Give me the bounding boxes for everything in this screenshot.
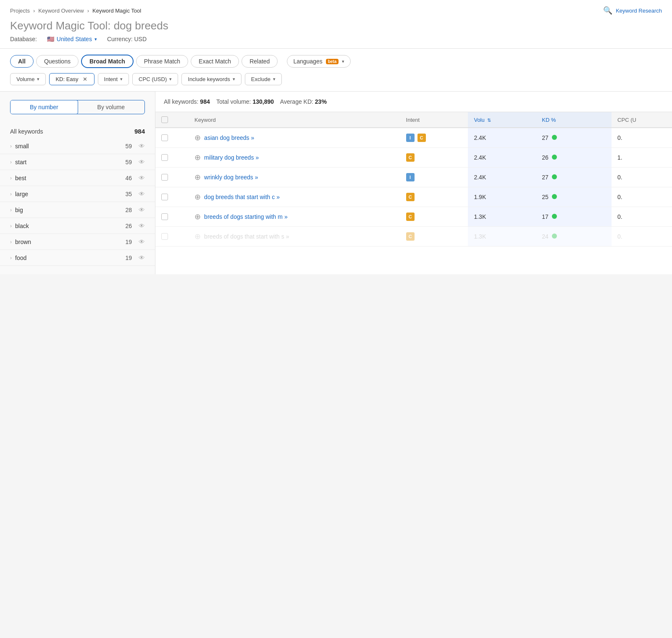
kd-dot-icon [552, 194, 557, 199]
tab-exact-match[interactable]: Exact Match [191, 55, 239, 68]
col-header-checkbox [155, 112, 189, 128]
intent-cell: C [400, 187, 468, 207]
eye-icon[interactable]: 👁 [139, 238, 145, 245]
eye-icon[interactable]: 👁 [139, 222, 145, 229]
eye-icon[interactable]: 👁 [139, 174, 145, 181]
languages-button[interactable]: Languages beta ▾ [287, 55, 351, 68]
tab-questions[interactable]: Questions [36, 55, 79, 68]
col-header-volume[interactable]: Volu ⇅ [468, 112, 536, 128]
eye-icon[interactable]: 👁 [139, 158, 145, 165]
kd-cell: 27 [536, 168, 612, 187]
by-number-button[interactable]: By number [10, 100, 78, 114]
row-checkbox[interactable] [161, 194, 168, 200]
row-checkbox[interactable] [161, 134, 168, 141]
eye-icon[interactable]: 👁 [139, 254, 145, 261]
keyword-link[interactable]: asian dog breeds » [204, 134, 254, 141]
intent-filter[interactable]: Intent ▾ [98, 73, 129, 85]
row-checkbox[interactable] [161, 213, 168, 220]
table-summary: All keywords: 984 Total volume: 130,890 … [155, 92, 672, 112]
sidebar-item-label: black [15, 223, 122, 229]
eye-icon[interactable]: 👁 [139, 206, 145, 213]
breadcrumb-overview[interactable]: Keyword Overview [38, 8, 84, 14]
sort-icon: ⇅ [487, 118, 491, 123]
volume-cell: 1.3K [468, 227, 536, 247]
intent-chevron-icon: ▾ [120, 76, 123, 82]
cpc-chevron-icon: ▾ [169, 76, 172, 82]
summary-label: All keywords: [164, 98, 198, 105]
keyword-link[interactable]: dog breeds that start with c » [204, 194, 280, 200]
row-checkbox-cell [155, 168, 189, 187]
sidebar-all-keywords: All keywords 984 [0, 123, 155, 138]
eye-icon[interactable]: 👁 [139, 142, 145, 150]
keyword-link[interactable]: wrinkly dog breeds » [204, 174, 258, 181]
kd-dot-icon [552, 214, 557, 219]
keyword-cell: ⊕ military dog breeds » [189, 148, 400, 168]
sidebar-item-start[interactable]: › start 59 👁 [0, 154, 155, 170]
volume-filter[interactable]: Volume ▾ [10, 73, 46, 85]
tab-related[interactable]: Related [242, 55, 278, 68]
kd-filter[interactable]: KD: Easy ✕ [49, 73, 94, 85]
sidebar-item-black[interactable]: › black 26 👁 [0, 218, 155, 234]
total-volume: 130,890 [252, 98, 274, 105]
tab-all[interactable]: All [10, 55, 34, 68]
sidebar-item-label: best [15, 175, 122, 181]
breadcrumb-sep-1: › [33, 8, 35, 14]
exclude-filter[interactable]: Exclude ▾ [245, 73, 282, 85]
kd-cell: 17 [536, 207, 612, 227]
sidebar-keyword-list: › small 59 👁 › start 59 👁 › best 46 👁 › … [0, 138, 155, 266]
row-checkbox[interactable] [161, 233, 168, 240]
keyword-research-icon: 🔍 [603, 6, 612, 15]
sidebar-item-label: food [15, 255, 122, 261]
database-label: Database: [10, 36, 37, 42]
keyword-cell: ⊕ wrinkly dog breeds » [189, 168, 400, 187]
col-header-cpc: CPC (U [612, 112, 672, 128]
include-keywords-filter[interactable]: Include keywords ▾ [181, 73, 241, 85]
row-checkbox[interactable] [161, 174, 168, 181]
add-keyword-icon[interactable]: ⊕ [194, 133, 201, 142]
tab-phrase-match[interactable]: Phrase Match [136, 55, 188, 68]
row-checkbox-cell [155, 227, 189, 247]
database-selector[interactable]: 🇺🇸 United States ▾ [47, 36, 97, 42]
kd-dot-icon [552, 174, 557, 179]
volume-label: Total volume: [216, 98, 251, 105]
sidebar-item-best[interactable]: › best 46 👁 [0, 170, 155, 186]
col-header-kd[interactable]: KD % [536, 112, 612, 128]
select-all-checkbox[interactable] [161, 116, 168, 123]
sidebar-item-count: 19 [125, 255, 132, 261]
keyword-cell: ⊕ breeds of dogs starting with m » [189, 207, 400, 227]
add-keyword-icon[interactable]: ⊕ [194, 212, 201, 221]
sidebar-item-count: 59 [125, 159, 132, 165]
keyword-link[interactable]: military dog breeds » [204, 154, 259, 161]
add-keyword-icon[interactable]: ⊕ [194, 153, 201, 162]
row-checkbox-cell [155, 187, 189, 207]
all-keywords-count: 984 [134, 128, 145, 135]
sidebar-item-large[interactable]: › large 35 👁 [0, 186, 155, 202]
intent-badge-c: C [417, 134, 426, 142]
tab-broad-match[interactable]: Broad Match [81, 55, 134, 68]
sidebar-item-brown[interactable]: › brown 19 👁 [0, 234, 155, 250]
eye-icon[interactable]: 👁 [139, 190, 145, 197]
keyword-link[interactable]: breeds of dogs that start with s » [204, 233, 289, 240]
sidebar-item-count: 46 [125, 175, 132, 181]
sidebar-item-big[interactable]: › big 28 👁 [0, 202, 155, 218]
volume-filter-label: Volume [16, 76, 34, 82]
add-keyword-icon[interactable]: ⊕ [194, 232, 201, 241]
sidebar-item-food[interactable]: › food 19 👁 [0, 250, 155, 266]
expand-icon: › [10, 159, 12, 165]
intent-badge-c: C [406, 213, 415, 221]
kd-filter-close-button[interactable]: ✕ [82, 76, 88, 82]
cpc-filter[interactable]: CPC (USD) ▾ [132, 73, 178, 85]
keyword-cell: ⊕ asian dog breeds » [189, 128, 400, 148]
sidebar-item-small[interactable]: › small 59 👁 [0, 138, 155, 154]
keyword-link[interactable]: breeds of dogs starting with m » [204, 213, 288, 220]
intent-filter-label: Intent [104, 76, 118, 82]
breadcrumb-projects[interactable]: Projects [10, 8, 30, 14]
double-arrow-icon: » [255, 174, 258, 181]
row-checkbox[interactable] [161, 154, 168, 161]
add-keyword-icon[interactable]: ⊕ [194, 173, 201, 182]
expand-icon: › [10, 239, 12, 245]
by-volume-button[interactable]: By volume [78, 100, 145, 114]
row-checkbox-cell [155, 128, 189, 148]
sidebar-item-label: large [15, 191, 122, 197]
add-keyword-icon[interactable]: ⊕ [194, 192, 201, 202]
